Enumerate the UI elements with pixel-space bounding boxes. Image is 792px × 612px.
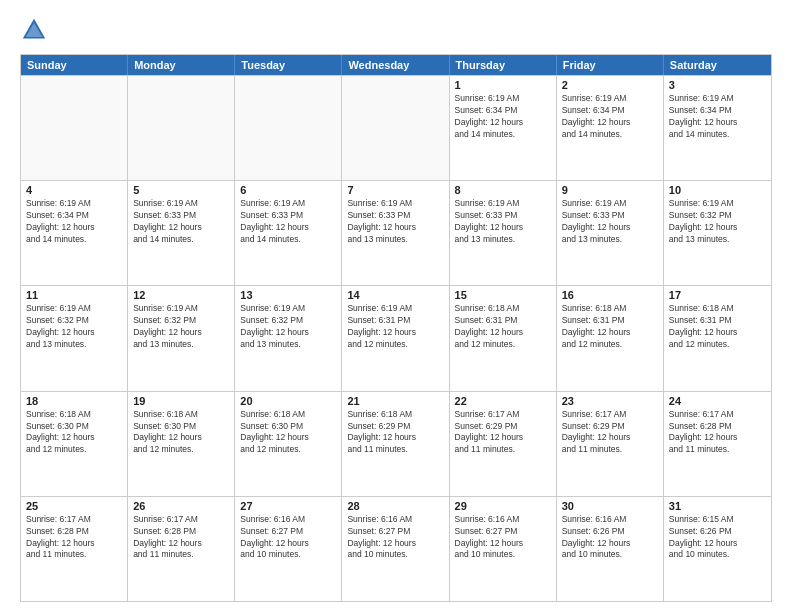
day-info: Sunrise: 6:18 AM Sunset: 6:30 PM Dayligh… [26,409,122,457]
day-info: Sunrise: 6:19 AM Sunset: 6:32 PM Dayligh… [240,303,336,351]
day-info: Sunrise: 6:18 AM Sunset: 6:31 PM Dayligh… [669,303,766,351]
day-number: 18 [26,395,122,407]
day-number: 25 [26,500,122,512]
day-info: Sunrise: 6:19 AM Sunset: 6:32 PM Dayligh… [133,303,229,351]
calendar-header: SundayMondayTuesdayWednesdayThursdayFrid… [21,55,771,75]
day-info: Sunrise: 6:19 AM Sunset: 6:32 PM Dayligh… [669,198,766,246]
calendar-body: 1Sunrise: 6:19 AM Sunset: 6:34 PM Daylig… [21,75,771,601]
day-info: Sunrise: 6:17 AM Sunset: 6:29 PM Dayligh… [455,409,551,457]
header [20,16,772,44]
calendar-cell: 8Sunrise: 6:19 AM Sunset: 6:33 PM Daylig… [450,181,557,285]
day-info: Sunrise: 6:18 AM Sunset: 6:30 PM Dayligh… [133,409,229,457]
day-number: 5 [133,184,229,196]
calendar-week-1: 1Sunrise: 6:19 AM Sunset: 6:34 PM Daylig… [21,75,771,180]
calendar-cell [235,76,342,180]
calendar-cell: 2Sunrise: 6:19 AM Sunset: 6:34 PM Daylig… [557,76,664,180]
calendar-cell: 22Sunrise: 6:17 AM Sunset: 6:29 PM Dayli… [450,392,557,496]
day-number: 6 [240,184,336,196]
day-info: Sunrise: 6:18 AM Sunset: 6:31 PM Dayligh… [562,303,658,351]
day-number: 2 [562,79,658,91]
day-number: 20 [240,395,336,407]
calendar-week-4: 18Sunrise: 6:18 AM Sunset: 6:30 PM Dayli… [21,391,771,496]
day-number: 31 [669,500,766,512]
weekday-header-friday: Friday [557,55,664,75]
calendar-cell: 30Sunrise: 6:16 AM Sunset: 6:26 PM Dayli… [557,497,664,601]
day-number: 11 [26,289,122,301]
calendar-cell: 9Sunrise: 6:19 AM Sunset: 6:33 PM Daylig… [557,181,664,285]
day-info: Sunrise: 6:16 AM Sunset: 6:26 PM Dayligh… [562,514,658,562]
calendar-cell: 5Sunrise: 6:19 AM Sunset: 6:33 PM Daylig… [128,181,235,285]
day-info: Sunrise: 6:19 AM Sunset: 6:33 PM Dayligh… [562,198,658,246]
calendar-cell: 21Sunrise: 6:18 AM Sunset: 6:29 PM Dayli… [342,392,449,496]
day-info: Sunrise: 6:19 AM Sunset: 6:32 PM Dayligh… [26,303,122,351]
day-number: 13 [240,289,336,301]
day-number: 4 [26,184,122,196]
calendar-cell: 3Sunrise: 6:19 AM Sunset: 6:34 PM Daylig… [664,76,771,180]
logo [20,16,52,44]
weekday-header-thursday: Thursday [450,55,557,75]
day-number: 21 [347,395,443,407]
day-info: Sunrise: 6:19 AM Sunset: 6:34 PM Dayligh… [562,93,658,141]
day-info: Sunrise: 6:16 AM Sunset: 6:27 PM Dayligh… [347,514,443,562]
day-info: Sunrise: 6:16 AM Sunset: 6:27 PM Dayligh… [455,514,551,562]
day-number: 14 [347,289,443,301]
calendar-cell: 19Sunrise: 6:18 AM Sunset: 6:30 PM Dayli… [128,392,235,496]
calendar-cell: 25Sunrise: 6:17 AM Sunset: 6:28 PM Dayli… [21,497,128,601]
day-number: 17 [669,289,766,301]
calendar-cell: 26Sunrise: 6:17 AM Sunset: 6:28 PM Dayli… [128,497,235,601]
day-number: 28 [347,500,443,512]
weekday-header-tuesday: Tuesday [235,55,342,75]
day-number: 29 [455,500,551,512]
day-info: Sunrise: 6:18 AM Sunset: 6:29 PM Dayligh… [347,409,443,457]
calendar-cell: 31Sunrise: 6:15 AM Sunset: 6:26 PM Dayli… [664,497,771,601]
weekday-header-saturday: Saturday [664,55,771,75]
day-number: 15 [455,289,551,301]
day-number: 3 [669,79,766,91]
logo-icon [20,16,48,44]
day-info: Sunrise: 6:19 AM Sunset: 6:34 PM Dayligh… [26,198,122,246]
calendar-cell: 18Sunrise: 6:18 AM Sunset: 6:30 PM Dayli… [21,392,128,496]
day-info: Sunrise: 6:15 AM Sunset: 6:26 PM Dayligh… [669,514,766,562]
day-number: 16 [562,289,658,301]
calendar-cell: 4Sunrise: 6:19 AM Sunset: 6:34 PM Daylig… [21,181,128,285]
day-info: Sunrise: 6:18 AM Sunset: 6:30 PM Dayligh… [240,409,336,457]
calendar-cell: 1Sunrise: 6:19 AM Sunset: 6:34 PM Daylig… [450,76,557,180]
day-number: 24 [669,395,766,407]
calendar-cell: 14Sunrise: 6:19 AM Sunset: 6:31 PM Dayli… [342,286,449,390]
calendar-cell [342,76,449,180]
day-number: 22 [455,395,551,407]
day-number: 8 [455,184,551,196]
day-info: Sunrise: 6:17 AM Sunset: 6:28 PM Dayligh… [133,514,229,562]
calendar-cell: 16Sunrise: 6:18 AM Sunset: 6:31 PM Dayli… [557,286,664,390]
calendar-cell: 7Sunrise: 6:19 AM Sunset: 6:33 PM Daylig… [342,181,449,285]
calendar-week-3: 11Sunrise: 6:19 AM Sunset: 6:32 PM Dayli… [21,285,771,390]
weekday-header-sunday: Sunday [21,55,128,75]
calendar-cell: 20Sunrise: 6:18 AM Sunset: 6:30 PM Dayli… [235,392,342,496]
calendar-cell: 10Sunrise: 6:19 AM Sunset: 6:32 PM Dayli… [664,181,771,285]
day-number: 23 [562,395,658,407]
calendar-cell: 15Sunrise: 6:18 AM Sunset: 6:31 PM Dayli… [450,286,557,390]
calendar-cell [128,76,235,180]
day-number: 9 [562,184,658,196]
day-info: Sunrise: 6:19 AM Sunset: 6:33 PM Dayligh… [347,198,443,246]
calendar-cell: 29Sunrise: 6:16 AM Sunset: 6:27 PM Dayli… [450,497,557,601]
calendar-cell: 24Sunrise: 6:17 AM Sunset: 6:28 PM Dayli… [664,392,771,496]
day-info: Sunrise: 6:18 AM Sunset: 6:31 PM Dayligh… [455,303,551,351]
calendar: SundayMondayTuesdayWednesdayThursdayFrid… [20,54,772,602]
calendar-cell: 17Sunrise: 6:18 AM Sunset: 6:31 PM Dayli… [664,286,771,390]
day-info: Sunrise: 6:19 AM Sunset: 6:33 PM Dayligh… [240,198,336,246]
day-number: 19 [133,395,229,407]
day-info: Sunrise: 6:19 AM Sunset: 6:34 PM Dayligh… [669,93,766,141]
calendar-cell: 6Sunrise: 6:19 AM Sunset: 6:33 PM Daylig… [235,181,342,285]
day-number: 27 [240,500,336,512]
day-info: Sunrise: 6:19 AM Sunset: 6:33 PM Dayligh… [455,198,551,246]
calendar-cell: 27Sunrise: 6:16 AM Sunset: 6:27 PM Dayli… [235,497,342,601]
day-number: 26 [133,500,229,512]
day-info: Sunrise: 6:19 AM Sunset: 6:33 PM Dayligh… [133,198,229,246]
day-info: Sunrise: 6:17 AM Sunset: 6:28 PM Dayligh… [669,409,766,457]
day-number: 10 [669,184,766,196]
calendar-cell [21,76,128,180]
calendar-cell: 12Sunrise: 6:19 AM Sunset: 6:32 PM Dayli… [128,286,235,390]
calendar-cell: 28Sunrise: 6:16 AM Sunset: 6:27 PM Dayli… [342,497,449,601]
page: SundayMondayTuesdayWednesdayThursdayFrid… [0,0,792,612]
